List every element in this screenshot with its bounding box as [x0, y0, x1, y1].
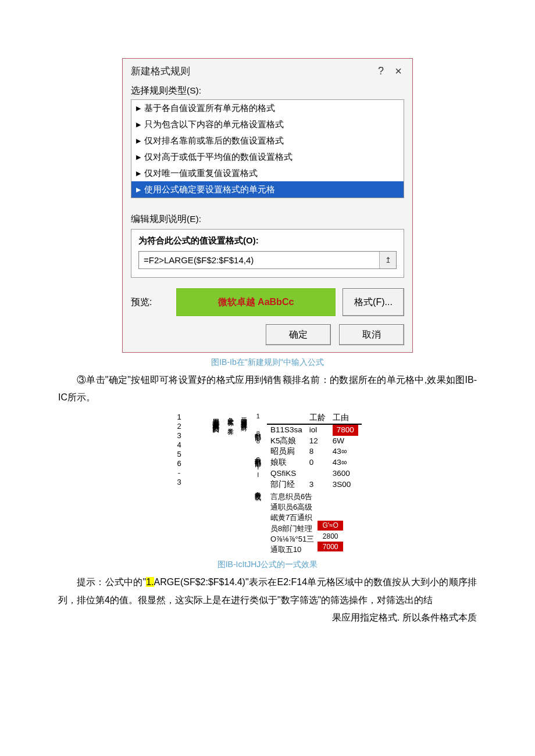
rule-type-label: 基于各自值设置所有单元格的格式: [144, 103, 275, 114]
triangle-icon: ▶: [136, 105, 141, 112]
cancel-button[interactable]: 取消: [339, 324, 404, 345]
paragraph-tip: 提示：公式中的"1.ARGE(SF$2:$F$14.4)"表示在E2:F14单元…: [58, 574, 477, 609]
formula-input[interactable]: [139, 252, 379, 268]
dialog-titlebar: 新建格式规则 ? ×: [123, 59, 412, 81]
rule-type-item[interactable]: ▶仅对唯一值或重复值设置格式: [131, 165, 404, 181]
preview-swatch: 微软卓越 AaBbCc: [176, 288, 336, 316]
rule-type-label: 仅对高于或低于平均值的数值设置格式: [144, 152, 293, 163]
rule-type-item[interactable]: ▶仅对排名靠前或靠后的数值设置格式: [131, 132, 404, 149]
result-tail-text: 言息织员6告 通职员6高级 岷黄7百通织 员8部门蛙理 O⅞⅛⅞°51三 通取五…: [267, 490, 318, 555]
triangle-icon: ▶: [136, 137, 141, 145]
table-row: 娘联043∞: [267, 457, 362, 468]
rule-type-item[interactable]: ▶基于各自值设置所有单元格的格式: [131, 100, 404, 116]
preview-label: 预览:: [131, 296, 176, 309]
formula-panel: 为符合此公式的值设置格式(O): ↥: [131, 229, 404, 278]
triangle-icon: ▶: [136, 121, 141, 128]
dialog-buttons: 确定 取消: [123, 317, 412, 347]
result-col-index: 123456-3: [171, 413, 186, 555]
table-row: 部门经33S00: [267, 479, 362, 490]
rule-type-label: 使用公式确定要设置格式的单元格: [144, 184, 275, 195]
table-row: QSfiKS3600: [267, 468, 362, 479]
format-button[interactable]: 格式(F)...: [343, 288, 404, 316]
triangle-icon: ▶: [136, 153, 141, 161]
preview-row: 预览: 微软卓越 AaBbCc 格式(F)...: [131, 288, 404, 316]
rule-type-label: 仅对排名靠前或靠后的数值设置格式: [144, 135, 284, 146]
formula-label: 为符合此公式的值设置格式(O):: [138, 235, 397, 251]
rule-type-label: 只为包含以下内容的单元格设置格式: [144, 119, 284, 130]
paragraph-tip-tail: 果应用指定格式. 所以条件格式本质: [58, 609, 477, 626]
section-select-rule-type: 选择规则类型(S):: [123, 81, 412, 99]
figure-caption-1: 图IB-Ib在"新建规则"中输入公式: [58, 357, 477, 368]
para1-text-c: 所示。: [67, 392, 95, 402]
rule-type-label: 仅对唯一值或重复值设置格式: [144, 168, 258, 179]
rule-type-list: ▶基于各自值设置所有单元格的格式 ▶只为包含以下内容的单元格设置格式 ▶仅对排名…: [131, 99, 404, 198]
result-table-figure: 123456-3 男男女男男女男女男男男男女 务发试发务 发务 开财测开测财开观…: [58, 413, 477, 555]
formula-input-row: ↥: [138, 251, 397, 269]
result-table: 工龄工由 B11S3saiol7800 K5高娘126W 昭员扄843∞ 娘联0…: [267, 413, 362, 490]
result-col-gender: 男男女男男女男女男男男男女: [209, 413, 224, 555]
paragraph-step3: ③单击"确定"按钮即可将设置好的格式应用到销售额排名前：的数据所在的单元格中,效…: [58, 371, 477, 407]
close-icon[interactable]: ×: [393, 65, 404, 78]
result-col-3b: 开财测开测财开观开开洪开财: [237, 413, 251, 555]
ok-button[interactable]: 确定: [266, 324, 331, 345]
tail-value: 2800: [318, 532, 343, 542]
rule-type-item[interactable]: ▶只为包含以下内容的单元格设置格式: [131, 116, 404, 132]
highlighted-cell: 7800: [333, 425, 358, 436]
result-col-4: 1 部部部部88 部部都部部部$II 米务冇试发试: [251, 413, 264, 555]
para1-text-a: ③单击"确定"按钮即可将设置好的格式应用到销售额排名前：的数据所在的单元格中,效…: [77, 375, 465, 385]
rule-type-item[interactable]: ▶仅对高于或低于平均值的数值设置格式: [131, 149, 404, 165]
range-selector-icon[interactable]: ↥: [379, 252, 396, 268]
highlighted-cell: 7000: [318, 542, 343, 552]
section-edit-rule-desc: 编辑规则说明(E):: [123, 202, 412, 229]
tip-prefix: 提示：公式中的": [77, 577, 146, 587]
th-salary: 工由: [329, 413, 362, 424]
table-row: B11S3saiol7800: [267, 424, 362, 436]
result-main-column: 工龄工由 B11S3saiol7800 K5高娘126W 昭员扄843∞ 娘联0…: [265, 413, 364, 555]
table-row: 昭员扄843∞: [267, 446, 362, 457]
highlighted-cell: G'≈O: [318, 521, 343, 531]
tip-highlight: 1.: [146, 577, 154, 587]
table-row: K5高娘126W: [267, 436, 362, 447]
th-workyears: 工龄: [306, 413, 329, 424]
new-format-rule-dialog: 新建格式规则 ? × 选择规则类型(S): ▶基于各自值设置所有单元格的格式 ▶…: [122, 58, 413, 353]
figure-caption-2: 图IB-IcItJHJ公式的一式效果: [58, 560, 477, 570]
triangle-icon: ▶: [136, 170, 141, 177]
result-col-3a: 务发试发务 发务: [224, 413, 237, 555]
dialog-title: 新建格式规则: [131, 65, 369, 78]
help-icon[interactable]: ?: [375, 65, 387, 77]
rule-type-item-selected[interactable]: ▶使用公式确定要设置格式的单元格: [131, 181, 404, 198]
triangle-icon: ▶: [136, 186, 141, 194]
